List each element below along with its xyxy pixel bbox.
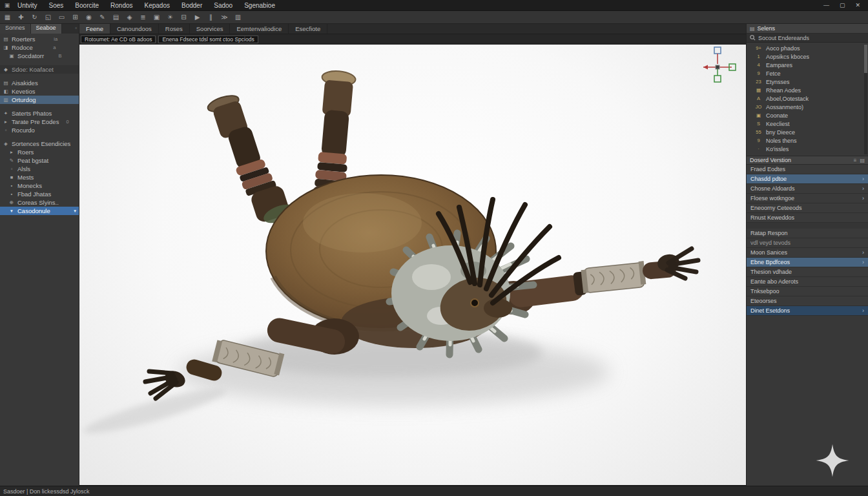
hierarchy-item[interactable]: 9+ Aoco phados — [747, 44, 863, 52]
inspector-row[interactable]: Floese wotkngoe › — [747, 194, 868, 203]
light-icon[interactable]: ☀ — [166, 14, 174, 21]
inspector-row[interactable]: Moon Sanices › — [747, 248, 868, 258]
viewport-tab[interactable]: Canoundoos — [110, 24, 159, 34]
menu-item[interactable]: Sadoo — [208, 2, 238, 9]
viewport-tab[interactable]: Eemtenvaliodice — [230, 24, 289, 34]
hierarchy-tab[interactable]: Sonnes — [0, 24, 31, 34]
camera-icon[interactable]: ▣ — [152, 14, 161, 21]
scene-viewport[interactable] — [79, 45, 746, 486]
move-tool-icon[interactable]: ✚ — [17, 14, 25, 21]
grid-view-icon[interactable]: ▤ — [860, 158, 865, 163]
hierarchy-item[interactable]: 55 bny Dieece — [747, 128, 863, 136]
list-view-icon[interactable]: ≡ — [854, 158, 857, 163]
tree-row[interactable]: ▸ Tarate Pre Eodes 0 — [0, 118, 79, 126]
menu-item[interactable]: Boorcite — [69, 2, 105, 9]
search-field[interactable]: Socout Endereands — [747, 34, 868, 43]
tree-row-caret-icon[interactable]: ▾ — [74, 208, 76, 214]
inspector-row[interactable]: Fraed Eodtes — [747, 165, 868, 174]
menu-item[interactable]: Sgenabioe — [238, 2, 281, 9]
tree-row[interactable]: ▥ Orturdog — [0, 96, 79, 104]
brush-icon[interactable]: ✎ — [98, 14, 107, 21]
tree-row[interactable]: ✦ Saterts Phatos — [0, 109, 79, 118]
viewport-tab[interactable]: Roses — [159, 24, 190, 34]
inspector-row[interactable]: Tnksebpoo — [747, 287, 868, 296]
inspector-row[interactable]: Thesion vdhade — [747, 267, 868, 277]
pivot-icon[interactable]: ◉ — [85, 14, 93, 21]
scale-tool-icon[interactable]: ◱ — [44, 14, 52, 21]
inspector-row[interactable]: Eteoorses — [747, 296, 868, 306]
hierarchy-item[interactable]: 23 Etynsses — [747, 78, 863, 86]
hierarchy-tab[interactable]: Seaboe — [31, 24, 62, 34]
hierarchy-item[interactable]: ▦ Rhean Aodes — [747, 86, 863, 94]
layers-icon[interactable]: ≣ — [139, 14, 147, 21]
snap-magnet-icon[interactable]: ◈ — [125, 14, 134, 21]
tree-row[interactable]: ■ Mests — [0, 173, 79, 181]
hierarchy-scrollbar[interactable] — [864, 44, 867, 154]
step-icon[interactable]: ≫ — [220, 14, 229, 21]
hierarchy-item[interactable]: S Keecliest — [747, 119, 863, 128]
viewport-tab[interactable]: Feene — [79, 24, 110, 34]
inspector-row[interactable]: vdl veyd tevods — [747, 238, 868, 248]
stats-icon[interactable]: ▥ — [234, 14, 242, 21]
inspector-row[interactable]: Dinet Esetdons › — [747, 306, 868, 316]
inspector-row[interactable]: Eneoorny Ceteeods — [747, 203, 868, 213]
pause-icon[interactable]: ∥ — [207, 14, 215, 21]
viewport-dropdown-button[interactable]: Enena Fdsece tdsl somt ctoo Spciods — [158, 36, 258, 43]
gizmo-z-axis-icon[interactable] — [714, 47, 721, 54]
tree-row[interactable]: ◆ Sdoe: Koafacet — [0, 65, 79, 74]
hierarchy-item[interactable]: 1 Aopsikcs kboces — [747, 52, 863, 61]
select-tool-icon[interactable]: ▦ — [3, 14, 12, 21]
hierarchy-item[interactable]: 9 Fetce — [747, 69, 863, 78]
inspector-row[interactable]: Ebne Bpdfceos › — [747, 258, 868, 267]
hierarchy-item[interactable]: · Ko'issles — [747, 145, 863, 153]
viewport-tab[interactable]: Soorvices — [190, 24, 231, 34]
gizmo-x-arrow-icon[interactable] — [703, 65, 708, 70]
gizmo-neg-y-axis-icon[interactable] — [714, 76, 721, 82]
menu-item[interactable]: Rondos — [105, 2, 138, 9]
viewport-dropdown-button[interactable]: Rotoumet: Ae CD oB adoos — [81, 36, 156, 43]
transform-tool-icon[interactable]: ⊞ — [71, 14, 79, 21]
inspector-row[interactable]: Ratap Respon — [747, 229, 868, 238]
tree-row[interactable]: ▤ Aisakides — [0, 79, 79, 87]
tree-row[interactable]: ▤ Roerters ia — [0, 35, 79, 43]
tree-row[interactable]: ⊕ Coreas Slyins.. — [0, 198, 79, 207]
viewport-tab[interactable]: Esecfiote — [289, 24, 327, 34]
inspector-row[interactable] — [747, 223, 868, 229]
mirror-icon[interactable]: ⊟ — [180, 14, 188, 21]
tree-row[interactable]: ▪ Monecks — [0, 181, 79, 190]
hierarchy-item[interactable]: 4 Eampares — [747, 61, 863, 69]
tree-row[interactable]: ✎ Peat bgstat — [0, 156, 79, 165]
rotate-tool-icon[interactable]: ↻ — [30, 14, 39, 21]
inspector-row[interactable]: Rnust Keweddos — [747, 213, 868, 223]
close-button[interactable]: ✕ — [855, 2, 860, 8]
tree-row[interactable]: ▪ Fbad Jhatas — [0, 190, 79, 198]
rect-tool-icon[interactable]: ▭ — [57, 14, 66, 21]
tree-row[interactable]: ▫ Rocurdo — [0, 126, 79, 134]
tree-row[interactable]: ▣ Socdatorr B — [0, 52, 79, 60]
tree-row[interactable]: ▫ Alsls — [0, 165, 79, 173]
menu-item[interactable]: Bodder — [176, 2, 208, 9]
tree-row[interactable]: ◧ Kevetios — [0, 87, 79, 96]
model-turtle-creature[interactable] — [79, 45, 746, 486]
inspector-row[interactable]: Chosne Aldoards › — [747, 184, 868, 194]
menu-item[interactable]: Soes — [43, 2, 70, 9]
tree-row[interactable]: ▾ Casodonule ▾ — [0, 207, 79, 215]
hierarchy-item[interactable]: A Aboel,Ootestack — [747, 94, 863, 103]
hierarchy-scrollbar-thumb[interactable] — [864, 45, 867, 73]
grid-icon[interactable]: ▤ — [112, 14, 120, 21]
maximize-button[interactable]: ▢ — [840, 2, 845, 8]
inspector-row[interactable]: Eante abo Aderots — [747, 277, 868, 287]
menu-item[interactable]: Untvity — [12, 2, 43, 9]
hierarchy-item[interactable]: JO Aossanmento) — [747, 103, 863, 111]
inspector-row[interactable]: Chasdd pdtoe › — [747, 174, 868, 184]
tree-row[interactable]: ◨ Rodoce a — [0, 43, 79, 52]
tree-row[interactable]: ▸ Roers — [0, 148, 79, 156]
hierarchy-item[interactable]: 9 Noles thens — [747, 136, 863, 145]
minimize-button[interactable]: — — [823, 2, 829, 8]
menu-item[interactable]: Kepados — [139, 2, 176, 9]
hierarchy-item[interactable]: ▣ Coonate — [747, 111, 863, 119]
tree-row[interactable]: ◈ Sortences Esendicies — [0, 140, 79, 148]
panel-menu-icon[interactable]: ▫ — [73, 24, 79, 34]
play-icon[interactable]: ▶ — [193, 14, 202, 21]
view-orientation-gizmo[interactable] — [697, 46, 738, 87]
